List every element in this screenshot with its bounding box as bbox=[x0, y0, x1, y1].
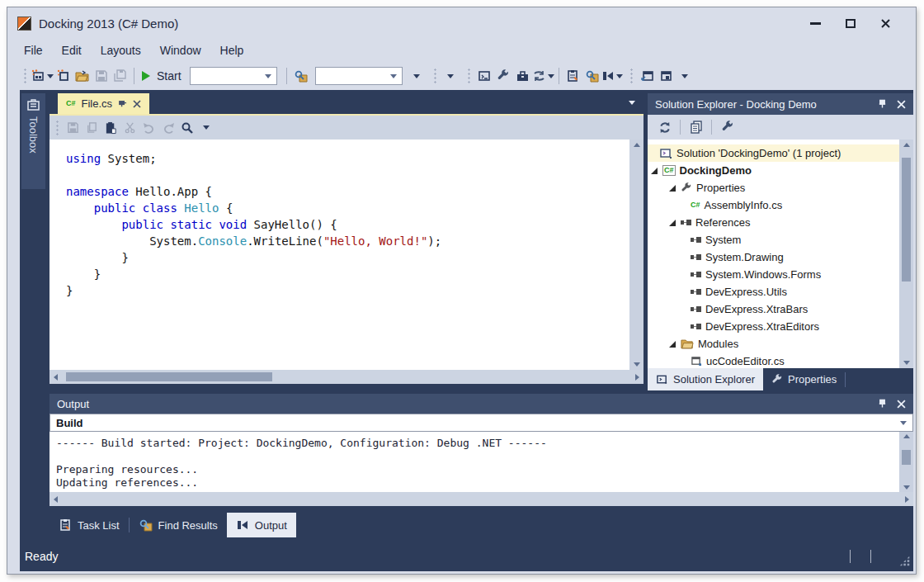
tab-solution-explorer[interactable]: Solution Explorer bbox=[648, 368, 763, 390]
tree-vertical-scrollbar[interactable] bbox=[899, 140, 913, 368]
tree-item-reference[interactable]: DevExpress.Utils bbox=[648, 283, 899, 300]
tree-item-reference[interactable]: System bbox=[648, 231, 899, 248]
search-combobox[interactable] bbox=[315, 67, 403, 85]
new-item-button[interactable] bbox=[54, 66, 73, 86]
maximize-button[interactable] bbox=[846, 19, 856, 28]
menu-item-file[interactable]: File bbox=[24, 44, 43, 57]
output-channel-combobox[interactable]: Build bbox=[50, 414, 913, 432]
save-all-button[interactable] bbox=[111, 66, 130, 86]
editor-horizontal-scrollbar[interactable] bbox=[50, 370, 644, 384]
toolbar-overflow-caret[interactable] bbox=[676, 66, 695, 86]
run-config-caret[interactable] bbox=[265, 74, 271, 78]
save-button[interactable] bbox=[64, 118, 82, 138]
tree-item-solution[interactable]: Solution 'DockingDemo' (1 project) bbox=[648, 144, 899, 162]
menu-item-help[interactable]: Help bbox=[220, 44, 244, 57]
scroll-left-arrow[interactable] bbox=[54, 496, 58, 503]
scroll-thumb[interactable] bbox=[902, 158, 911, 282]
tab-find-results[interactable]: Find Results bbox=[130, 513, 227, 537]
menu-item-layouts[interactable]: Layouts bbox=[101, 44, 141, 57]
find-results-button[interactable] bbox=[582, 66, 601, 86]
output-vertical-scrollbar[interactable] bbox=[899, 432, 913, 492]
scroll-down-arrow[interactable] bbox=[634, 362, 640, 367]
run-config-combobox[interactable] bbox=[190, 67, 277, 85]
document-tab-filecs[interactable]: C# File.cs bbox=[58, 93, 149, 114]
output-text[interactable]: ------ Build started: Project: DockingDe… bbox=[50, 432, 899, 492]
tree-item-properties[interactable]: Properties bbox=[648, 179, 899, 196]
float-window-button[interactable] bbox=[638, 66, 657, 86]
task-list-button[interactable] bbox=[563, 66, 582, 86]
tab-task-list[interactable]: Task List bbox=[50, 513, 129, 537]
output-button-caret[interactable] bbox=[616, 74, 623, 78]
tree-item-project[interactable]: C# DockingDemo bbox=[648, 162, 899, 179]
scroll-up-arrow[interactable] bbox=[634, 143, 640, 147]
code-editor[interactable]: using System; namespace Hello.App { publ… bbox=[50, 140, 644, 370]
tree-item-reference[interactable]: System.Windows.Forms bbox=[648, 266, 899, 283]
tree-item-reference[interactable]: System.Drawing bbox=[648, 248, 899, 266]
redo-button[interactable] bbox=[158, 118, 177, 138]
tree-item-file[interactable]: C# AssemblyInfo.cs bbox=[648, 196, 899, 214]
properties-wrench-button[interactable] bbox=[718, 117, 737, 137]
expander-icon[interactable] bbox=[651, 168, 658, 174]
tab-properties[interactable]: Properties bbox=[763, 368, 845, 390]
tree-item-references[interactable]: References bbox=[648, 214, 899, 231]
scroll-thumb[interactable] bbox=[66, 372, 272, 381]
expander-icon[interactable] bbox=[669, 341, 676, 348]
search-options-caret[interactable] bbox=[196, 118, 215, 138]
editor-vertical-scrollbar[interactable] bbox=[629, 140, 644, 370]
toolbox-button[interactable] bbox=[513, 66, 532, 86]
show-all-files-button[interactable] bbox=[686, 117, 705, 137]
copy-button[interactable] bbox=[82, 118, 101, 138]
output-channel-caret[interactable] bbox=[900, 421, 907, 425]
pin-icon[interactable] bbox=[118, 99, 127, 108]
tree-item-file[interactable]: ucCodeEditor.cs bbox=[648, 353, 899, 368]
pin-icon[interactable] bbox=[878, 399, 887, 409]
toolbar-grip[interactable] bbox=[467, 68, 471, 84]
scroll-right-arrow[interactable] bbox=[635, 374, 639, 381]
toolbox-tab[interactable]: Toolbox bbox=[21, 93, 45, 189]
tree-item-reference[interactable]: DevExpress.XtraBars bbox=[648, 300, 899, 318]
toolbar-grip[interactable] bbox=[629, 68, 634, 84]
resize-grip[interactable] bbox=[899, 556, 910, 566]
new-project-caret[interactable] bbox=[47, 74, 54, 78]
open-button[interactable] bbox=[73, 66, 92, 86]
toolbar-grip[interactable] bbox=[23, 68, 27, 84]
save-button[interactable] bbox=[92, 66, 111, 86]
tab-output[interactable]: Output bbox=[227, 513, 296, 537]
cut-button[interactable] bbox=[120, 118, 139, 138]
toolbar-grip[interactable] bbox=[433, 68, 437, 84]
toolbar-overflow-caret[interactable] bbox=[408, 66, 427, 86]
dock-window-button[interactable] bbox=[657, 66, 676, 86]
minimize-button[interactable] bbox=[810, 22, 821, 25]
layout-switch-caret[interactable] bbox=[548, 74, 554, 78]
output-button[interactable] bbox=[601, 66, 623, 86]
undo-button[interactable] bbox=[139, 118, 158, 138]
pin-icon[interactable] bbox=[878, 99, 887, 109]
toolbar-overflow-caret[interactable] bbox=[441, 66, 460, 86]
scroll-down-arrow[interactable] bbox=[903, 485, 910, 490]
code-area[interactable]: using System; namespace Hello.App { publ… bbox=[50, 140, 629, 370]
new-project-button[interactable] bbox=[31, 66, 54, 86]
scroll-up-arrow[interactable] bbox=[903, 143, 910, 147]
search-button[interactable] bbox=[177, 118, 196, 138]
solution-explorer-header[interactable]: Solution Explorer - Docking Demo bbox=[648, 93, 913, 115]
scroll-up-arrow[interactable] bbox=[903, 434, 910, 438]
tree-item-folder[interactable]: Modules bbox=[648, 335, 899, 353]
close-tab-icon[interactable] bbox=[133, 100, 141, 108]
close-button[interactable] bbox=[880, 18, 891, 29]
menu-item-window[interactable]: Window bbox=[160, 44, 201, 57]
document-list-caret[interactable] bbox=[629, 101, 635, 105]
menu-item-edit[interactable]: Edit bbox=[62, 44, 82, 57]
search-combo-caret[interactable] bbox=[390, 74, 397, 78]
start-button[interactable]: Start bbox=[139, 66, 185, 86]
scroll-thumb[interactable] bbox=[902, 450, 911, 465]
scroll-left-arrow[interactable] bbox=[54, 374, 58, 381]
toolbar-grip[interactable] bbox=[55, 120, 59, 136]
scroll-right-arrow[interactable] bbox=[905, 496, 909, 503]
properties-button[interactable] bbox=[494, 66, 513, 86]
paste-button[interactable] bbox=[101, 118, 120, 138]
output-horizontal-scrollbar[interactable] bbox=[50, 492, 913, 506]
close-icon[interactable] bbox=[897, 100, 906, 109]
expander-icon[interactable] bbox=[669, 185, 676, 192]
layout-switch-button[interactable] bbox=[532, 66, 554, 86]
refresh-button[interactable] bbox=[655, 117, 674, 137]
